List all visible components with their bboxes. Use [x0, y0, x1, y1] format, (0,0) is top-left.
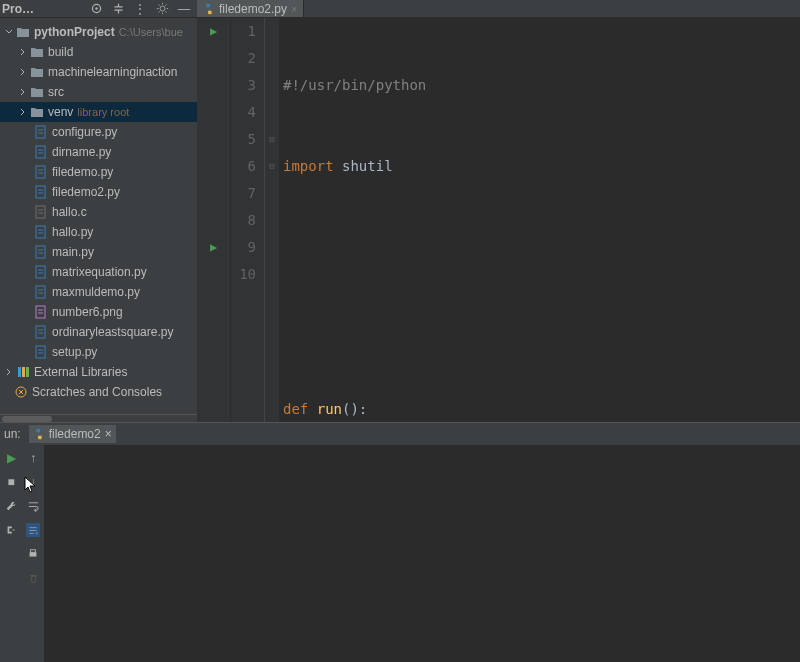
scratches[interactable]: Scratches and Consoles	[0, 382, 197, 402]
code-content[interactable]: #!/usr/bin/python import shutil def run(…	[279, 18, 800, 422]
up-icon[interactable]: ↑	[26, 451, 40, 465]
svg-point-2	[160, 6, 165, 11]
code-text: import	[283, 158, 334, 174]
file-item[interactable]: filedemo.py	[0, 162, 197, 182]
svg-rect-16	[22, 367, 25, 377]
run-tab-label: filedemo2	[49, 427, 101, 441]
python-icon	[203, 3, 215, 15]
line-num: 6	[231, 153, 256, 180]
run-output[interactable]	[44, 445, 800, 662]
svg-rect-11	[36, 286, 45, 298]
collapse-icon[interactable]: ⋮	[133, 2, 147, 16]
close-icon[interactable]: ×	[105, 427, 112, 441]
file-icon	[34, 185, 48, 199]
sidebar-scrollbar[interactable]	[0, 414, 197, 422]
folder-label: build	[48, 45, 73, 59]
file-item[interactable]: matrixequation.py	[0, 262, 197, 282]
file-item[interactable]: ordinaryleastsquare.py	[0, 322, 197, 342]
file-label: configure.py	[52, 125, 117, 139]
close-icon[interactable]: ×	[291, 3, 297, 15]
settings-icon[interactable]	[155, 2, 169, 16]
code-text: shutil	[334, 158, 393, 174]
trash-icon[interactable]	[26, 571, 40, 585]
wrench-icon[interactable]	[4, 499, 18, 513]
file-icon	[34, 245, 48, 259]
file-label: filedemo2.py	[52, 185, 120, 199]
folder-build[interactable]: build	[0, 42, 197, 62]
target-icon[interactable]	[89, 2, 103, 16]
run-toolbar-primary: ▶ ■	[0, 445, 22, 662]
file-label: number6.png	[52, 305, 123, 319]
rerun-icon[interactable]: ▶	[4, 451, 18, 465]
folder-venv[interactable]: venv library root	[0, 102, 197, 122]
folder-icon	[30, 45, 44, 59]
run-tab[interactable]: filedemo2 ×	[29, 425, 116, 443]
line-num: 2	[231, 45, 256, 72]
line-num: 3	[231, 72, 256, 99]
code-text: run	[308, 401, 342, 417]
file-item[interactable]: filedemo2.py	[0, 182, 197, 202]
line-num: 4	[231, 99, 256, 126]
file-item[interactable]: setup.py	[0, 342, 197, 362]
down-icon[interactable]: ↓	[26, 475, 40, 489]
svg-rect-19	[30, 552, 37, 556]
svg-rect-13	[36, 326, 45, 338]
folder-src[interactable]: src	[0, 82, 197, 102]
run-toolbar-secondary: ↑ ↓	[22, 445, 44, 662]
folder-label: venv	[48, 105, 73, 119]
file-icon	[34, 305, 48, 319]
gutter-run: ▶ ▶	[197, 18, 231, 422]
svg-rect-5	[36, 166, 45, 178]
line-num: 9	[231, 234, 256, 261]
editor-area: filedemo2.py × ▶ ▶ 1 2 3 4 5	[197, 0, 800, 422]
expand-icon[interactable]	[111, 2, 125, 16]
editor-tab[interactable]: filedemo2.py ×	[197, 0, 304, 17]
file-icon	[34, 165, 48, 179]
minimize-icon[interactable]: —	[177, 2, 191, 16]
editor-body[interactable]: ▶ ▶ 1 2 3 4 5 6 7 8 9 10	[197, 18, 800, 422]
file-label: ordinaryleastsquare.py	[52, 325, 173, 339]
svg-rect-8	[36, 226, 45, 238]
run-line-1[interactable]: ▶	[197, 18, 230, 45]
folder-icon	[30, 105, 44, 119]
file-icon	[34, 265, 48, 279]
file-icon	[34, 325, 48, 339]
project-tree[interactable]: pythonProject C:\Users\bue build machine…	[0, 18, 197, 414]
file-item[interactable]: dirname.py	[0, 142, 197, 162]
stop-icon[interactable]: ■	[4, 475, 18, 489]
wrap-icon[interactable]	[26, 499, 40, 513]
folder-icon	[30, 65, 44, 79]
folder-ml[interactable]: machinelearninginaction	[0, 62, 197, 82]
external-libraries-label: External Libraries	[34, 365, 127, 379]
scratches-icon	[14, 385, 28, 399]
fold-start-icon[interactable]: ⊟	[265, 126, 279, 153]
sidebar-header: Pro… ⋮ —	[0, 0, 197, 18]
file-item[interactable]: hallo.py	[0, 222, 197, 242]
svg-rect-7	[36, 206, 45, 218]
svg-rect-20	[30, 550, 35, 553]
gutter-fold: ⊟ ⊟	[265, 18, 279, 422]
scroll-lock-icon[interactable]	[26, 523, 40, 537]
file-label: setup.py	[52, 345, 97, 359]
file-icon	[34, 345, 48, 359]
file-item[interactable]: hallo.c	[0, 202, 197, 222]
project-sidebar: Pro… ⋮ — pythonProject C:\Users\bue	[0, 0, 197, 422]
file-icon	[34, 205, 48, 219]
external-libraries[interactable]: External Libraries	[0, 362, 197, 382]
print-icon[interactable]	[26, 547, 40, 561]
fold-end-icon[interactable]: ⊟	[265, 153, 279, 180]
file-label: hallo.py	[52, 225, 93, 239]
file-icon	[34, 145, 48, 159]
editor-tabs: filedemo2.py ×	[197, 0, 800, 18]
file-item[interactable]: main.py	[0, 242, 197, 262]
file-item[interactable]: number6.png	[0, 302, 197, 322]
line-num: 8	[231, 207, 256, 234]
file-item[interactable]: maxmuldemo.py	[0, 282, 197, 302]
project-root[interactable]: pythonProject C:\Users\bue	[0, 22, 197, 42]
file-label: maxmuldemo.py	[52, 285, 140, 299]
project-root-path: C:\Users\bue	[119, 26, 183, 38]
exit-icon[interactable]	[4, 523, 18, 537]
file-item[interactable]: configure.py	[0, 122, 197, 142]
run-line-9[interactable]: ▶	[197, 234, 230, 261]
svg-rect-4	[36, 146, 45, 158]
